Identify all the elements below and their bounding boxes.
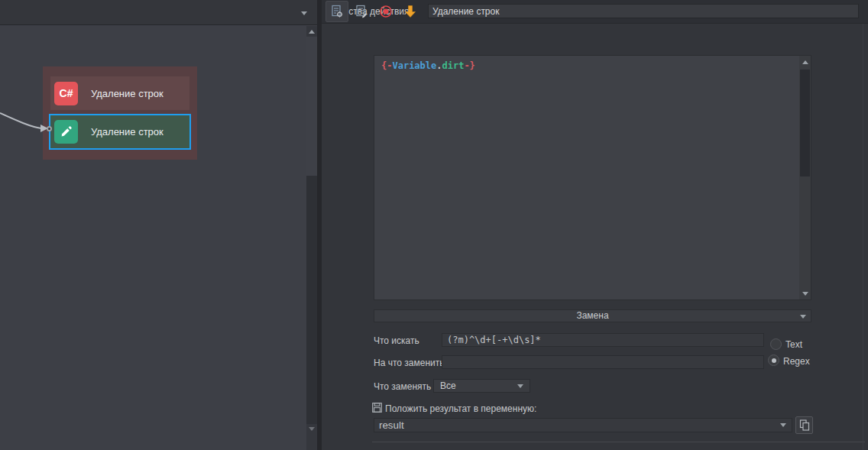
scope-label: Что заменять [374,381,431,392]
connector-arrow [0,103,50,138]
node-group[interactable]: C# Удаление строк Удаление строк [43,66,197,160]
result-variable-combo[interactable] [374,418,792,432]
csharp-icon: C# [54,82,78,105]
section-mode-select[interactable]: Замена [374,309,811,322]
chevron-down-icon [800,315,806,319]
radio-regex-label[interactable]: Regex [783,356,810,367]
panel-bottom-divider [372,442,865,442]
pencil-icon [54,120,78,144]
scope-select[interactable]: Все [433,379,530,393]
canvas-topbar [0,0,317,25]
down-arrow-icon [403,5,417,18]
search-pattern-input[interactable] [442,333,764,347]
copy-button[interactable] [795,416,813,434]
document-pencil-icon [355,5,368,18]
radio-text-label[interactable]: Text [785,339,802,350]
scroll-down-icon[interactable] [306,424,317,450]
download-button[interactable] [399,1,422,22]
save-icon [372,403,382,413]
replace-with-input[interactable] [442,355,764,369]
scroll-up-icon[interactable] [799,56,811,68]
editor-scrollbar[interactable] [799,56,811,299]
canvas-scrollbar-thumb[interactable] [306,37,317,176]
properties-document-button[interactable] [326,1,348,22]
scope-value: Все [440,380,456,391]
node-label: Удаление строк [91,88,164,99]
panel-right-divider [863,24,863,450]
section-mode-label: Замена [576,310,608,321]
chevron-down-icon[interactable] [301,11,307,15]
replace-with-label: На что заменить [374,358,444,368]
code-line: {-Variable.dirt-} [381,60,475,71]
result-variable-input[interactable] [374,418,792,432]
code-editor[interactable]: {-Variable.dirt-} [374,55,811,300]
copy-icon [799,419,810,431]
record-button[interactable] [374,1,397,22]
canvas-scrollbar[interactable] [306,26,317,450]
flow-canvas[interactable]: C# Удаление строк Удаление строк [0,0,317,450]
document-gear-icon [330,5,344,18]
radio-text[interactable] [770,338,782,350]
search-label: Что искать [374,335,419,346]
record-icon [379,5,393,18]
edit-document-button[interactable] [350,1,373,22]
result-variable-label: Положить результат в переменную: [385,403,536,414]
scroll-down-icon[interactable] [799,287,811,299]
chevron-down-icon [517,384,523,388]
connector-port[interactable] [47,126,52,131]
radio-regex[interactable] [768,354,779,366]
action-name-input[interactable] [428,4,859,18]
node-replace-selected[interactable]: Удаление строк [49,114,191,150]
node-csharp[interactable]: C# Удаление строк [50,76,189,110]
chevron-down-icon [780,423,786,427]
properties-panel: Свойства действия ? ✕ [322,0,868,450]
scroll-up-icon[interactable] [306,26,317,37]
node-label: Удаление строк [91,126,164,138]
editor-scrollbar-thumb[interactable] [800,70,810,176]
